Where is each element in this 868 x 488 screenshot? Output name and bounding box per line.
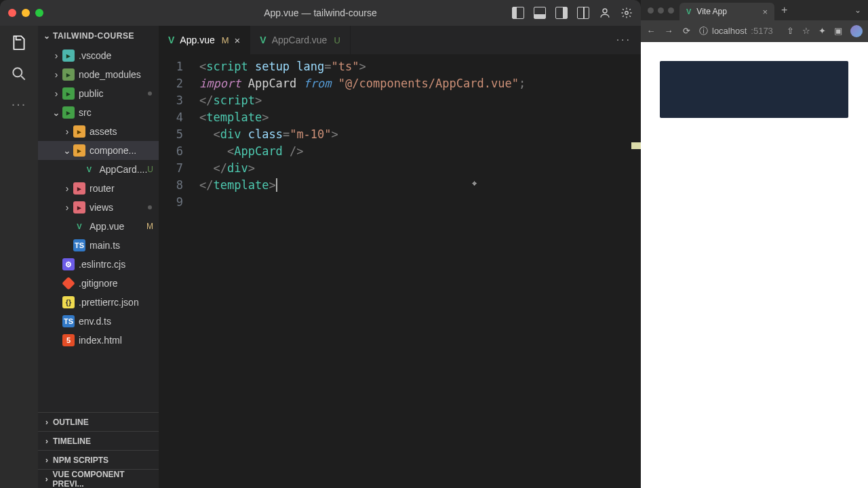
layout-sidebar-left-icon[interactable]: [512, 7, 524, 19]
chevron-icon: ›: [62, 126, 72, 137]
maximize-window-icon[interactable]: [35, 9, 43, 17]
browser-close-icon[interactable]: [648, 7, 654, 14]
editor-tab-AppCard-vue[interactable]: VAppCard.vueU: [250, 26, 350, 54]
chevron-right-icon: ›: [42, 436, 52, 446]
folder--vscode[interactable]: ›▸.vscode: [38, 46, 159, 65]
svg-point-1: [625, 12, 629, 15]
profile-avatar-icon[interactable]: [850, 25, 863, 37]
forward-icon[interactable]: →: [664, 26, 673, 36]
file-index-html[interactable]: 5index.html: [38, 331, 159, 350]
tab-close-icon[interactable]: ×: [235, 35, 241, 46]
browser-max-icon[interactable]: [668, 7, 674, 14]
browser-tab[interactable]: V Vite App ×: [679, 3, 774, 20]
search-icon[interactable]: [10, 65, 28, 83]
folder-views[interactable]: ›▸views: [38, 198, 159, 217]
reload-icon[interactable]: ⟳: [682, 26, 691, 36]
main-area: ··· ⌄ TAILWIND-COURSE ›▸.vscode›▸node_mo…: [0, 26, 641, 488]
url-port: :5173: [751, 26, 773, 36]
extensions-icon[interactable]: ✦: [818, 26, 826, 36]
site-info-icon[interactable]: ⓘ: [699, 25, 708, 37]
folder-icon: ▸: [62, 106, 75, 119]
browser-window-controls: [648, 7, 674, 14]
folder-assets[interactable]: ›▸assets: [38, 122, 159, 141]
item-label: .gitignore: [79, 278, 118, 289]
overview-ruler[interactable]: [631, 54, 641, 488]
json-file-icon: {}: [62, 296, 75, 308]
layout-sidebar-right-icon[interactable]: [555, 7, 568, 19]
editor-group: VApp.vueM×VAppCard.vueU ··· 123456789 <s…: [159, 26, 641, 488]
item-label: node_modules: [79, 69, 141, 80]
account-icon[interactable]: [599, 7, 611, 19]
modified-dot-icon: [148, 92, 152, 96]
explorer-root[interactable]: ⌄ TAILWIND-COURSE: [38, 26, 159, 46]
item-label: router: [90, 183, 115, 194]
folder-node_modules[interactable]: ›▸node_modules: [38, 65, 159, 84]
folder-icon: ▸: [62, 68, 75, 81]
ts-file-icon: TS: [73, 239, 85, 251]
browser-min-icon[interactable]: [658, 7, 664, 14]
file-App-vue[interactable]: VApp.vueM: [38, 217, 159, 236]
close-window-icon[interactable]: [8, 9, 16, 17]
file-main-ts[interactable]: TSmain.ts: [38, 236, 159, 255]
minimize-window-icon[interactable]: [22, 9, 30, 17]
chevron-icon: ›: [52, 88, 61, 99]
config-file-icon: ⚙: [62, 258, 75, 270]
chevron-down-icon: ⌄: [42, 31, 52, 41]
editor-tab-App-vue[interactable]: VApp.vueM×: [159, 26, 250, 54]
side-panel-icon[interactable]: ▣: [834, 26, 842, 36]
git-status-badge: M: [146, 222, 159, 231]
vite-favicon-icon: V: [686, 7, 691, 16]
explorer-icon[interactable]: [10, 34, 28, 52]
file-env-d-ts[interactable]: TSenv.d.ts: [38, 312, 159, 331]
address-bar: ← → ⟳ ⓘ localhost:5173 ⇧ ☆ ✦ ▣: [641, 20, 868, 42]
folder-compone-[interactable]: ⌄▸compone...: [38, 141, 159, 160]
url-field[interactable]: ⓘ localhost:5173: [699, 25, 778, 37]
layout-panel-icon[interactable]: [534, 7, 546, 19]
file--prettierrc-json[interactable]: {}.prettierrc.json: [38, 293, 159, 312]
file--gitignore[interactable]: .gitignore: [38, 274, 159, 293]
item-label: main.ts: [90, 240, 120, 251]
modified-dot-icon: [148, 205, 152, 209]
folder-router[interactable]: ›▸router: [38, 179, 159, 198]
item-label: .vscode: [79, 50, 111, 61]
svg-point-0: [603, 9, 607, 13]
bookmark-icon[interactable]: ☆: [802, 26, 810, 36]
titlebar-actions: [512, 7, 633, 19]
chevron-icon: ›: [62, 183, 72, 194]
folder-icon: ▸: [73, 125, 85, 138]
panel-npm-scripts[interactable]: ›NPM SCRIPTS: [38, 450, 159, 469]
browser-tabstrip: V Vite App × + ⌄: [641, 0, 868, 20]
browser-viewport[interactable]: [641, 42, 868, 488]
folder-icon: ▸: [62, 49, 75, 62]
chevron-right-icon: ›: [42, 418, 52, 427]
tab-label: App.vue: [180, 35, 214, 45]
item-label: views: [90, 202, 113, 213]
layout-customize-icon[interactable]: [577, 7, 589, 19]
panel-outline[interactable]: ›OUTLINE: [38, 412, 159, 431]
folder-src[interactable]: ⌄▸src: [38, 103, 159, 122]
app-card-preview: [660, 61, 848, 118]
ts-file-icon: TS: [62, 315, 75, 327]
new-tab-icon[interactable]: +: [774, 4, 794, 16]
back-icon[interactable]: ←: [646, 26, 656, 36]
activity-overflow-icon[interactable]: ···: [12, 96, 27, 112]
folder-public[interactable]: ›▸public: [38, 84, 159, 103]
code-content[interactable]: <script setup lang="ts">import AppCard f…: [199, 58, 641, 488]
share-icon[interactable]: ⇧: [787, 26, 794, 36]
tabs-dropdown-icon[interactable]: ⌄: [848, 5, 868, 15]
code-editor[interactable]: 123456789 <script setup lang="ts">import…: [159, 54, 641, 488]
tab-close-icon[interactable]: ×: [762, 7, 768, 17]
git-status-badge: M: [222, 35, 229, 45]
file-AppCard-[interactable]: VAppCard....U: [38, 160, 159, 179]
panel-vue-component-previ-[interactable]: ›VUE COMPONENT PREVI...: [38, 469, 159, 488]
item-label: src: [79, 107, 92, 118]
file--eslintrc-cjs[interactable]: ⚙.eslintrc.cjs: [38, 255, 159, 274]
panel-timeline[interactable]: ›TIMELINE: [38, 431, 159, 450]
chevron-icon: ›: [52, 50, 61, 61]
git-status-badge: U: [334, 35, 340, 45]
folder-icon: ▸: [73, 182, 85, 195]
settings-gear-icon[interactable]: [620, 7, 633, 19]
item-label: App.vue: [90, 221, 124, 232]
editor-actions-overflow-icon[interactable]: ···: [607, 26, 641, 54]
line-gutter: 123456789: [159, 58, 199, 488]
